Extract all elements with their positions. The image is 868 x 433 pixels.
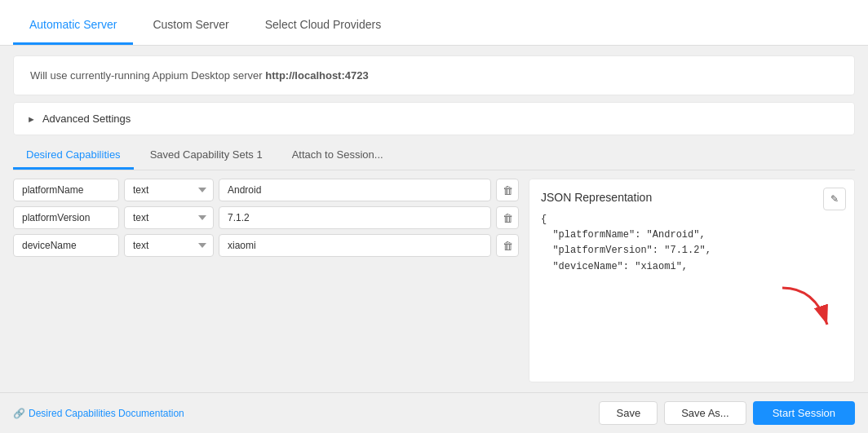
chevron-right-icon: ► bbox=[27, 114, 36, 124]
capabilities-doc-link[interactable]: 🔗 Desired Capabilities Documentation bbox=[13, 408, 184, 419]
cap-name-field-2[interactable] bbox=[13, 206, 119, 229]
cap-value-field-1[interactable] bbox=[219, 179, 491, 201]
json-panel-title: JSON Representation bbox=[541, 191, 843, 204]
footer-bar: 🔗 Desired Capabilities Documentation Sav… bbox=[0, 392, 868, 433]
cap-value-field-3[interactable] bbox=[219, 234, 491, 257]
subtab-attach-to-session[interactable]: Attach to Session... bbox=[279, 142, 396, 170]
tab-automatic-server[interactable]: Automatic Server bbox=[13, 5, 133, 45]
start-session-button[interactable]: Start Session bbox=[753, 401, 855, 425]
capabilities-doc-label: Desired Capabilities Documentation bbox=[29, 408, 184, 419]
capabilities-main-area: text 🗑 text 🗑 bbox=[13, 179, 855, 382]
advanced-settings-row[interactable]: ► Advanced Settings bbox=[13, 102, 855, 135]
main-content: Will use currently-running Appium Deskto… bbox=[0, 46, 868, 392]
tab-custom-server[interactable]: Custom Server bbox=[136, 5, 245, 45]
subtab-saved-capability-sets[interactable]: Saved Capability Sets 1 bbox=[137, 142, 276, 170]
link-icon: 🔗 bbox=[13, 408, 25, 419]
cap-value-field-2[interactable] bbox=[219, 206, 491, 229]
save-as-button[interactable]: Save As... bbox=[664, 401, 746, 425]
table-row: text 🗑 bbox=[13, 206, 519, 229]
cap-type-select-1[interactable]: text bbox=[124, 179, 214, 201]
json-content-display: { "platformName": "Android", "platformVe… bbox=[541, 212, 843, 370]
cap-delete-button-2[interactable]: 🗑 bbox=[496, 206, 519, 229]
tab-cloud-providers[interactable]: Select Cloud Providers bbox=[249, 5, 397, 45]
advanced-settings-label: Advanced Settings bbox=[42, 113, 131, 125]
top-tabs-bar: Automatic Server Custom Server Select Cl… bbox=[0, 0, 868, 46]
cap-delete-button-1[interactable]: 🗑 bbox=[496, 179, 519, 201]
cap-name-field-1[interactable] bbox=[13, 179, 119, 201]
cap-delete-button-3[interactable]: 🗑 bbox=[496, 234, 519, 257]
capabilities-section: Desired Capabilities Saved Capability Se… bbox=[13, 142, 855, 382]
subtab-desired-capabilities[interactable]: Desired Capabilities bbox=[13, 142, 134, 170]
cap-type-select-2[interactable]: text bbox=[124, 206, 214, 229]
cap-name-field-3[interactable] bbox=[13, 234, 119, 257]
table-row: text 🗑 bbox=[13, 234, 519, 257]
cap-type-select-3[interactable]: text bbox=[124, 234, 214, 257]
json-panel: JSON Representation ✎ { "platformName": … bbox=[529, 179, 855, 382]
footer-action-buttons: Save Save As... Start Session bbox=[599, 401, 855, 425]
table-row: text 🗑 bbox=[13, 179, 519, 201]
info-text-prefix: Will use currently-running Appium Deskto… bbox=[30, 69, 265, 82]
info-box: Will use currently-running Appium Deskto… bbox=[13, 55, 855, 95]
sub-tabs-bar: Desired Capabilities Saved Capability Se… bbox=[13, 142, 855, 170]
json-edit-button[interactable]: ✎ bbox=[823, 188, 846, 210]
info-url: http://localhost:4723 bbox=[265, 69, 368, 82]
save-button[interactable]: Save bbox=[599, 401, 658, 425]
capabilities-table: text 🗑 text 🗑 bbox=[13, 179, 519, 382]
